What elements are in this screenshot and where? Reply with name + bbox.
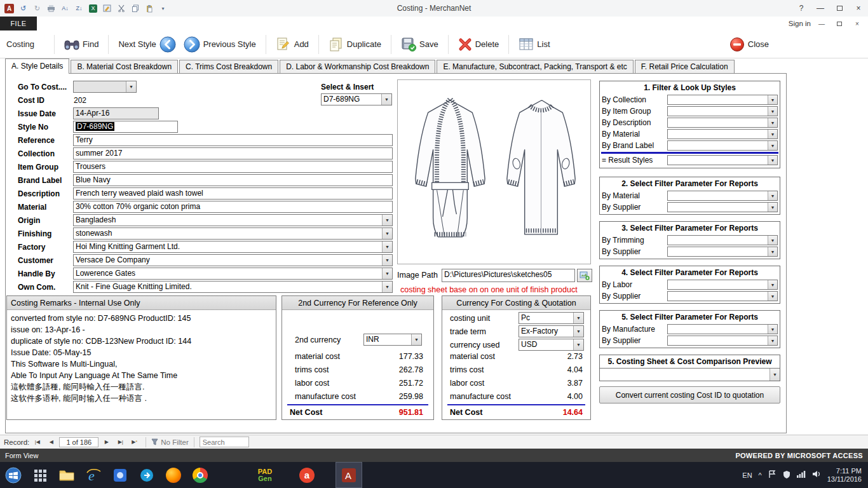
go-to-cost-combo[interactable]: ▼ xyxy=(73,81,137,93)
show-hidden-icons[interactable]: ^ xyxy=(759,471,762,479)
flag-tray-icon[interactable] xyxy=(768,470,776,480)
select-insert-combo[interactable]: D7-689NG▼ xyxy=(321,93,392,105)
preview-combo[interactable]: ▼ xyxy=(600,368,780,381)
second-currency-combo[interactable]: INR▼ xyxy=(363,334,422,346)
finishing-combo[interactable]: stonewash▼ xyxy=(73,227,393,240)
customer-combo[interactable]: Versace De Company▼ xyxy=(73,254,393,266)
file-tab[interactable]: FILE xyxy=(0,17,37,30)
by-brand-label-combo[interactable]: ▼ xyxy=(667,140,778,151)
by-collection-combo[interactable]: ▼ xyxy=(667,95,778,105)
report2-supplier-combo[interactable]: ▼ xyxy=(667,202,778,212)
brand-label-field[interactable]: Blue Navy xyxy=(73,174,393,186)
report2-material-combo[interactable]: ▼ xyxy=(667,191,778,201)
child-restore-button[interactable] xyxy=(832,19,846,29)
tab-trims-cost[interactable]: C. Trims Cost Breakdown xyxy=(179,60,278,74)
volume-tray-icon[interactable] xyxy=(812,470,821,480)
list-button[interactable]: List xyxy=(515,36,553,53)
report4-supplier-combo[interactable]: ▼ xyxy=(667,291,778,301)
report3-trimming-combo[interactable]: ▼ xyxy=(667,235,778,245)
save-button[interactable]: Save xyxy=(397,35,442,54)
app-icon-red-a[interactable]: a xyxy=(294,462,320,488)
internet-explorer-icon[interactable]: e xyxy=(80,462,107,488)
by-description-combo[interactable]: ▼ xyxy=(667,118,778,128)
by-material-combo[interactable]: ▼ xyxy=(667,129,778,139)
previous-style-button[interactable]: Previous Style xyxy=(180,34,260,55)
result-styles-combo[interactable]: ▼ xyxy=(667,155,778,165)
no-filter-button[interactable]: No Filter xyxy=(151,438,188,446)
last-record-button[interactable]: ▶| xyxy=(114,437,126,447)
by-item-group-combo[interactable]: ▼ xyxy=(667,106,778,116)
print-icon[interactable] xyxy=(46,3,57,14)
redo-icon[interactable]: ↻ xyxy=(32,3,43,14)
tab-retail-price[interactable]: F. Retail Price Calculation xyxy=(635,60,735,74)
close-button[interactable]: × xyxy=(849,1,868,15)
padgen-icon[interactable]: PADGen xyxy=(252,462,278,488)
copy-icon[interactable] xyxy=(130,3,140,14)
issue-date-field[interactable]: 14-Apr-16 xyxy=(73,107,159,119)
access-taskbar-icon[interactable]: A xyxy=(336,462,362,488)
qat-menu-icon[interactable]: ▾ xyxy=(158,3,168,14)
pinned-grid-icon[interactable] xyxy=(27,462,53,488)
child-close-button[interactable]: × xyxy=(850,19,864,29)
start-button[interactable] xyxy=(0,462,27,488)
chrome-icon[interactable] xyxy=(187,462,214,488)
paste-icon[interactable] xyxy=(144,3,154,14)
report3-supplier-combo[interactable]: ▼ xyxy=(667,247,778,257)
remarks-text[interactable]: converted from style no: D7-689NG Produc… xyxy=(7,310,276,407)
export-excel-icon[interactable]: X xyxy=(88,3,98,14)
description-field[interactable]: French terry weaved plaid wash towel xyxy=(73,187,393,200)
previous-record-button[interactable]: ◀ xyxy=(45,437,57,447)
currency-used-combo[interactable]: USD▼ xyxy=(519,339,584,351)
help-button[interactable]: ? xyxy=(792,1,811,15)
reference-field[interactable]: Terry xyxy=(73,134,393,146)
add-button[interactable]: Add xyxy=(272,35,313,54)
tab-material-cost[interactable]: B. Material Cost Breakdown xyxy=(71,60,178,74)
undo-icon[interactable]: ↺ xyxy=(18,3,29,14)
tab-style-details[interactable]: A. Style Details xyxy=(5,58,69,74)
tab-labor-cost[interactable]: D. Labor & Workmanship Cost Breakdown xyxy=(280,60,435,74)
sort-desc-icon[interactable]: Z↓ xyxy=(74,3,85,14)
minimize-button[interactable]: — xyxy=(811,1,830,15)
cut-icon[interactable] xyxy=(116,3,126,14)
next-record-button[interactable]: ▶ xyxy=(100,437,112,447)
tab-manufacture[interactable]: E. Manufacture, Subcontract, Packing, Tr… xyxy=(437,60,633,74)
collection-field[interactable]: summer 2017 xyxy=(73,147,393,159)
find-button[interactable]: Find xyxy=(60,36,102,53)
delete-button[interactable]: Delete xyxy=(454,36,503,53)
language-indicator[interactable]: EN xyxy=(742,471,752,479)
costing-unit-combo[interactable]: Pc▼ xyxy=(519,312,584,324)
trade-term-combo[interactable]: Ex-Factory▼ xyxy=(519,325,584,337)
factory-combo[interactable]: Hoi Ming Knitting Garment Ltd.▼ xyxy=(73,241,393,253)
sign-in-link[interactable]: Sign in xyxy=(789,20,811,27)
report5-supplier-combo[interactable]: ▼ xyxy=(667,336,778,346)
design-view-icon[interactable] xyxy=(102,3,112,14)
maximize-button[interactable] xyxy=(830,1,849,15)
app-icon-blue-1[interactable] xyxy=(107,462,133,488)
child-minimize-button[interactable]: — xyxy=(815,19,829,29)
close-form-button[interactable]: Close xyxy=(726,35,773,54)
new-record-button[interactable]: ▶* xyxy=(128,437,140,447)
first-record-button[interactable]: |◀ xyxy=(31,437,43,447)
report5-manufacture-combo[interactable]: ▼ xyxy=(667,324,778,334)
access-app-icon[interactable]: A xyxy=(4,3,15,14)
own-com-combo[interactable]: Knit - Fine Guage Knitting Limited.▼ xyxy=(73,281,393,293)
firefox-icon[interactable] xyxy=(160,462,187,488)
shield-tray-icon[interactable] xyxy=(783,470,790,480)
material-field[interactable]: 30% cotton 70% organic coton prima xyxy=(73,201,393,213)
file-explorer-icon[interactable] xyxy=(53,462,80,488)
app-icon-blue-2[interactable] xyxy=(133,462,160,488)
report4-labor-combo[interactable]: ▼ xyxy=(667,280,778,290)
convert-to-quotation-button[interactable]: Convert current costing Cost ID to quota… xyxy=(599,386,780,403)
item-group-field[interactable]: Trousers xyxy=(73,161,393,173)
network-tray-icon[interactable] xyxy=(797,470,806,480)
record-search-input[interactable] xyxy=(200,437,249,447)
taskbar-clock[interactable]: 7:11 PM 13/11/2016 xyxy=(827,467,862,484)
sort-asc-icon[interactable]: A↓ xyxy=(60,3,71,14)
style-no-field[interactable]: D7-689NG xyxy=(73,121,178,133)
image-path-field[interactable]: D:\Pictures\Pictures\sketches05 xyxy=(442,269,575,282)
browse-image-button[interactable] xyxy=(577,269,592,282)
record-position[interactable]: 1 of 186 xyxy=(59,437,98,447)
handle-by-combo[interactable]: Lowerence Gates▼ xyxy=(73,268,393,280)
origin-combo[interactable]: Bangladesh▼ xyxy=(73,214,393,226)
next-style-button[interactable]: Next Style xyxy=(114,34,179,55)
